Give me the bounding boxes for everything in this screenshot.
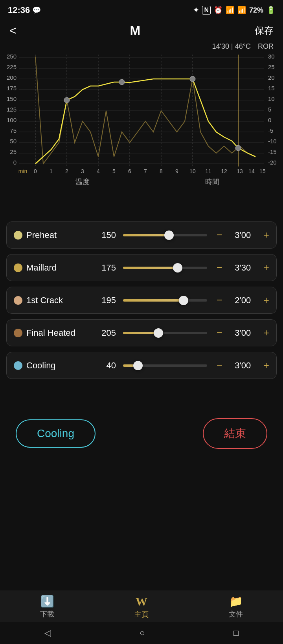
finalheated-plus[interactable]: + [261, 327, 269, 339]
svg-text:-20: -20 [268, 159, 277, 166]
svg-text:6: 6 [128, 168, 131, 174]
finalheated-temp: 205 [93, 328, 116, 338]
svg-text:250: 250 [7, 53, 17, 60]
svg-text:13: 13 [237, 168, 243, 174]
svg-text:200: 200 [7, 74, 17, 81]
preheat-duration: 3'00 [229, 230, 257, 240]
finalheated-row: Final Heated 205 − 3'00 + [6, 319, 277, 346]
svg-point-43 [190, 76, 195, 82]
maillard-slider[interactable] [123, 267, 207, 269]
finalheated-slider[interactable] [123, 332, 207, 334]
svg-text:50: 50 [10, 138, 17, 145]
firstcrack-duration: 2'00 [229, 295, 257, 306]
svg-text:9: 9 [175, 168, 178, 174]
svg-text:7: 7 [144, 168, 147, 174]
nav-home[interactable]: W 主頁 [134, 595, 149, 619]
svg-text:0: 0 [268, 117, 271, 123]
nav-download-label: 下載 [40, 609, 54, 619]
bottom-nav: ⬇️ 下載 W 主頁 📁 文件 [0, 591, 283, 622]
cooling-plus[interactable]: + [261, 359, 269, 371]
maillard-plus[interactable]: + [261, 262, 269, 274]
svg-text:125: 125 [7, 106, 17, 113]
svg-text:14: 14 [248, 168, 255, 174]
svg-text:30: 30 [268, 53, 275, 60]
preheat-slider[interactable] [123, 234, 207, 236]
svg-text:15: 15 [268, 85, 275, 91]
chat-icon: 💬 [32, 6, 41, 15]
svg-point-44 [235, 145, 241, 151]
finalheated-minus[interactable]: − [214, 327, 225, 339]
chart-info: 14'30 | 46°C [212, 42, 251, 51]
status-icons: ✦ N ⏰ 📶 📶 72% 🔋 [193, 6, 275, 15]
chart-svg: 250 225 200 175 150 125 100 75 50 25 0 3… [4, 51, 279, 204]
preheat-minus[interactable]: − [214, 229, 225, 241]
svg-text:-5: -5 [268, 127, 273, 134]
preheat-dot [14, 231, 22, 240]
maillard-dot [14, 263, 22, 272]
cooling-slider[interactable] [123, 364, 207, 367]
finalheated-dot [14, 329, 22, 337]
svg-text:0: 0 [34, 168, 37, 174]
chart-area: 14'30 | 46°C ROR 250 225 200 175 150 125… [4, 42, 279, 215]
cooling-temp: 40 [93, 360, 116, 371]
wifi-icon: 📶 [226, 6, 234, 15]
signal-icon: 📶 [237, 6, 246, 15]
cooling-minus[interactable]: − [214, 359, 225, 371]
nav-home-label: 主頁 [134, 610, 149, 619]
firstcrack-row: 1st Crack 195 − 2'00 + [6, 287, 277, 314]
svg-point-41 [64, 97, 70, 103]
finalheated-duration: 3'00 [229, 328, 257, 338]
ror-label: ROR [258, 42, 274, 51]
phases-section: Preheat 150 − 3'00 + Maillard 175 − 3'30… [0, 215, 283, 379]
cooling-duration: 3'00 [229, 360, 257, 371]
svg-text:3: 3 [81, 168, 84, 174]
recent-system-button[interactable]: □ [233, 628, 239, 638]
firstcrack-minus[interactable]: − [214, 294, 225, 306]
svg-text:175: 175 [7, 85, 17, 91]
svg-text:10: 10 [268, 95, 275, 102]
preheat-temp: 150 [93, 230, 116, 240]
firstcrack-slider[interactable] [123, 299, 207, 302]
svg-text:75: 75 [10, 127, 17, 134]
preheat-name: Preheat [26, 230, 89, 240]
battery-icon: 🔋 [266, 6, 275, 15]
svg-text:0: 0 [13, 159, 17, 166]
cooling-name: Cooling [26, 360, 89, 371]
header: < M 保存 [0, 19, 283, 42]
svg-text:25: 25 [268, 64, 275, 70]
firstcrack-name: 1st Crack [26, 295, 89, 306]
maillard-minus[interactable]: − [214, 262, 225, 274]
cooling-dot [14, 361, 22, 370]
page-title: M [130, 24, 141, 38]
nfc-icon: N [202, 6, 211, 15]
cooling-button[interactable]: Cooling [16, 419, 96, 448]
finalheated-name: Final Heated [26, 328, 89, 338]
svg-text:min: min [18, 168, 28, 174]
svg-text:20: 20 [268, 74, 275, 81]
svg-text:12: 12 [221, 168, 227, 174]
svg-text:100: 100 [7, 117, 17, 123]
end-button[interactable]: 結束 [203, 418, 267, 449]
svg-text:5: 5 [112, 168, 116, 174]
svg-text:11: 11 [205, 168, 211, 174]
back-system-button[interactable]: ◁ [44, 628, 51, 638]
firstcrack-plus[interactable]: + [261, 294, 269, 306]
download-icon: ⬇️ [40, 595, 54, 608]
save-button[interactable]: 保存 [255, 24, 274, 37]
maillard-duration: 3'30 [229, 263, 257, 273]
action-buttons: Cooling 結束 [0, 402, 283, 457]
svg-text:8: 8 [160, 168, 163, 174]
svg-text:225: 225 [7, 64, 17, 70]
svg-text:1: 1 [50, 168, 53, 174]
svg-text:10: 10 [189, 168, 196, 174]
home-system-button[interactable]: ○ [140, 628, 145, 638]
status-bar: 12:36 💬 ✦ N ⏰ 📶 📶 72% 🔋 [0, 0, 283, 19]
bluetooth-icon: ✦ [193, 6, 199, 15]
back-button[interactable]: < [9, 24, 17, 37]
firstcrack-dot [14, 296, 22, 305]
svg-text:4: 4 [97, 168, 100, 174]
nav-files[interactable]: 📁 文件 [229, 595, 243, 619]
firstcrack-temp: 195 [93, 295, 116, 306]
preheat-plus[interactable]: + [261, 229, 269, 241]
nav-download[interactable]: ⬇️ 下載 [40, 595, 54, 619]
